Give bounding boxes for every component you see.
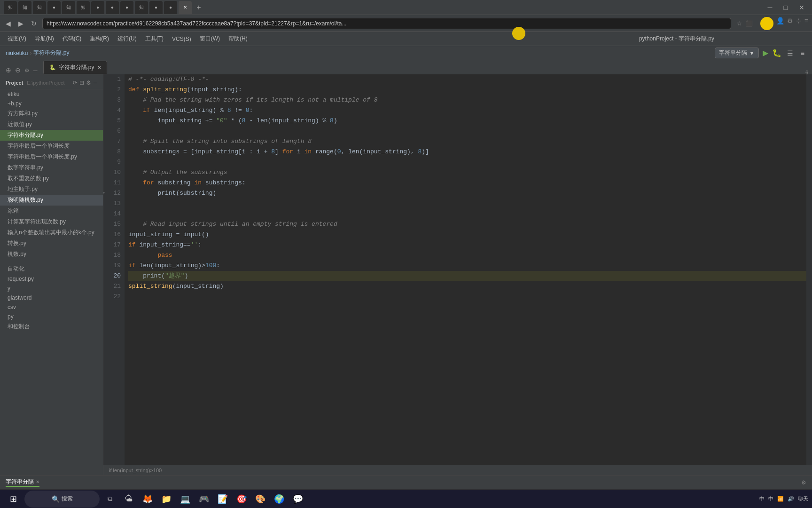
bookmarks-icon[interactable]: ⊹ bbox=[796, 17, 802, 30]
sidebar-item-etiku[interactable]: etiku bbox=[0, 89, 103, 99]
menu-refactor[interactable]: 重构(R) bbox=[86, 33, 113, 45]
menu-run[interactable]: 运行(U) bbox=[114, 33, 141, 45]
browser-tab-5[interactable]: 知 bbox=[62, 1, 75, 14]
sidebar-expand-icon[interactable]: ⊕ bbox=[6, 66, 11, 74]
run-config-selector[interactable]: 字符串分隔 ▼ bbox=[715, 48, 759, 58]
sidebar-item-fridge[interactable]: 冰箱 bbox=[0, 206, 103, 216]
taskview-button[interactable]: ⧉ bbox=[102, 491, 118, 508]
menu-view[interactable]: 视图(V) bbox=[4, 33, 30, 45]
forward-button[interactable]: ▶ bbox=[16, 19, 25, 28]
sidebar-item-machinenum[interactable]: 机数.py bbox=[0, 249, 103, 260]
taskbar-app-weather[interactable]: 🌤 bbox=[120, 491, 137, 508]
sidebar-item-y[interactable]: y bbox=[0, 284, 103, 293]
line-fold-icon[interactable]: ▾ bbox=[103, 188, 105, 198]
menu-window[interactable]: 窗口(W) bbox=[196, 33, 224, 45]
extension-icon[interactable]: ⬛ bbox=[746, 20, 753, 27]
taskbar-app-terminal[interactable]: 💻 bbox=[177, 491, 194, 508]
gutter-count bbox=[806, 74, 812, 85]
sidebar-item-glastword[interactable]: glastword bbox=[0, 293, 103, 302]
address-input[interactable] bbox=[42, 18, 731, 29]
sidebar-toggle-icon[interactable]: ≡ bbox=[804, 17, 808, 30]
browser-tab-1[interactable]: 知 bbox=[4, 1, 17, 14]
browser-tab-close[interactable]: ✕ bbox=[179, 1, 192, 14]
refresh-button[interactable]: ↻ bbox=[29, 19, 39, 28]
sidebar-collapse-icon[interactable]: ⊖ bbox=[15, 66, 21, 74]
browser-tab-2[interactable]: 知 bbox=[18, 1, 31, 14]
breadcrumb-file[interactable]: 字符串分隔.py bbox=[33, 49, 69, 57]
taskbar-app-files[interactable]: 📁 bbox=[158, 491, 175, 508]
browser-tab-11[interactable]: ● bbox=[149, 1, 163, 14]
sidebar-item-convert[interactable]: 转换.py bbox=[0, 238, 103, 249]
sidebar-item-console[interactable]: 和控制台 bbox=[0, 321, 103, 332]
sidebar-item-automation[interactable]: 自动化 bbox=[0, 263, 103, 274]
panel-settings-icon[interactable]: ⚙ bbox=[801, 479, 806, 486]
code-line-18: pass bbox=[128, 250, 806, 261]
more-actions-button[interactable]: ≡ bbox=[799, 48, 806, 58]
file-tab-close-button[interactable]: ✕ bbox=[97, 65, 101, 70]
menu-help[interactable]: 帮助(H) bbox=[225, 33, 251, 45]
sidebar-item-random[interactable]: 聪明随机数.py bbox=[0, 195, 103, 206]
run-panel-tab[interactable]: 字符串分隔 ✕ bbox=[6, 478, 39, 487]
sidebar-item-py[interactable]: py bbox=[0, 312, 103, 321]
collapse-all-icon[interactable]: ⊟ bbox=[79, 79, 84, 86]
run-button[interactable]: ▶ bbox=[763, 48, 768, 57]
search-taskbar-button[interactable]: 🔍 搜索 bbox=[24, 491, 100, 508]
browser-tab-3[interactable]: 知 bbox=[33, 1, 46, 14]
profile-menu-icon[interactable]: 👤 bbox=[776, 17, 784, 30]
file-tab-active[interactable]: 🐍 字符串分隔.py ✕ bbox=[43, 61, 107, 74]
sidebar-item-landlord[interactable]: 地主顺子.py bbox=[0, 184, 103, 195]
line-number-3: 3 bbox=[103, 95, 125, 105]
gear-icon[interactable]: ⚙ bbox=[86, 79, 91, 86]
profile-icon[interactable] bbox=[760, 17, 773, 30]
code-content[interactable]: # -*- coding:UTF-8 -*- def split_string(… bbox=[125, 74, 806, 465]
sidebar-item-matrix[interactable]: 方方阵和.py bbox=[0, 108, 103, 119]
menu-code[interactable]: 代码(C) bbox=[59, 33, 86, 45]
menu-vcs[interactable]: VCS(S) bbox=[168, 34, 195, 44]
breadcrumb-root[interactable]: niuketiku bbox=[6, 50, 28, 56]
code-editor: 1 2 3 4 5 6 7 8 9 10 11 12 ▾ 13 14 bbox=[103, 74, 812, 475]
minimize-panel-icon[interactable]: ─ bbox=[33, 67, 38, 74]
browser-tab-7[interactable]: ● bbox=[91, 1, 104, 14]
sidebar-item-csv[interactable]: csv bbox=[0, 302, 103, 312]
sidebar-item-bpy[interactable]: +b.py bbox=[0, 99, 103, 108]
minimize-icon[interactable]: ─ bbox=[93, 79, 97, 86]
taskbar-app-paint[interactable]: 🎨 bbox=[252, 491, 269, 508]
menu-tools[interactable]: 工具(T) bbox=[141, 33, 167, 45]
browser-tab-9[interactable]: ● bbox=[120, 1, 133, 14]
sync-icon[interactable]: ⟳ bbox=[73, 79, 78, 86]
taskbar-app-ide[interactable]: 📝 bbox=[214, 491, 231, 508]
sidebar-item-approx[interactable]: 近似值.py bbox=[0, 119, 103, 130]
start-button[interactable]: ⊞ bbox=[4, 491, 23, 508]
python-file-icon: 🐍 bbox=[49, 64, 56, 71]
close-button[interactable]: ✕ bbox=[795, 4, 808, 11]
browser-tab-8[interactable]: ● bbox=[106, 1, 119, 14]
taskbar-app-chat[interactable]: 💬 bbox=[289, 491, 306, 508]
sidebar-item-lastword[interactable]: 字符串最后一个单词长度 bbox=[0, 141, 103, 151]
coverage-button[interactable]: ☰ bbox=[785, 48, 795, 58]
settings-icon[interactable]: ⚙ bbox=[787, 17, 793, 30]
debug-button[interactable]: 🐛 bbox=[772, 48, 781, 57]
sidebar-item-charcount[interactable]: 计算某字符出现次数.py bbox=[0, 216, 103, 227]
taskbar-app-world[interactable]: 🌍 bbox=[271, 491, 288, 508]
browser-tab-12[interactable]: ● bbox=[164, 1, 177, 14]
browser-tab-4[interactable]: ● bbox=[47, 1, 61, 14]
maximize-button[interactable]: □ bbox=[780, 4, 791, 11]
sidebar-item-numstr[interactable]: 数字字符串.py bbox=[0, 162, 103, 173]
sidebar-item-unique[interactable]: 取不重复的数.py bbox=[0, 173, 103, 184]
browser-tab-6[interactable]: 知 bbox=[77, 1, 90, 14]
taskbar-app-game[interactable]: 🎮 bbox=[195, 491, 212, 508]
menu-navigate[interactable]: 导航(N) bbox=[31, 33, 58, 45]
sidebar-item-ksmallest[interactable]: 输入n个整数输出其中最小的k个.py bbox=[0, 227, 103, 238]
minimize-button[interactable]: ─ bbox=[764, 4, 776, 11]
taskbar-app-browser1[interactable]: 🦊 bbox=[139, 491, 156, 508]
sidebar-item-string-split[interactable]: 字符串分隔.py bbox=[0, 130, 103, 141]
settings-gear-icon[interactable]: ⚙ bbox=[24, 67, 30, 74]
browser-tab-add[interactable]: + bbox=[193, 1, 204, 14]
run-tab-close[interactable]: ✕ bbox=[36, 479, 39, 484]
sidebar-item-request[interactable]: request.py bbox=[0, 274, 103, 284]
sidebar-item-lastword-py[interactable]: 字符串最后一个单词长度.py bbox=[0, 151, 103, 162]
browser-tab-10[interactable]: 知 bbox=[135, 1, 148, 14]
back-button[interactable]: ◀ bbox=[4, 19, 13, 28]
taskbar-app-target[interactable]: 🎯 bbox=[233, 491, 250, 508]
bookmark-icon[interactable]: ☆ bbox=[737, 20, 742, 27]
